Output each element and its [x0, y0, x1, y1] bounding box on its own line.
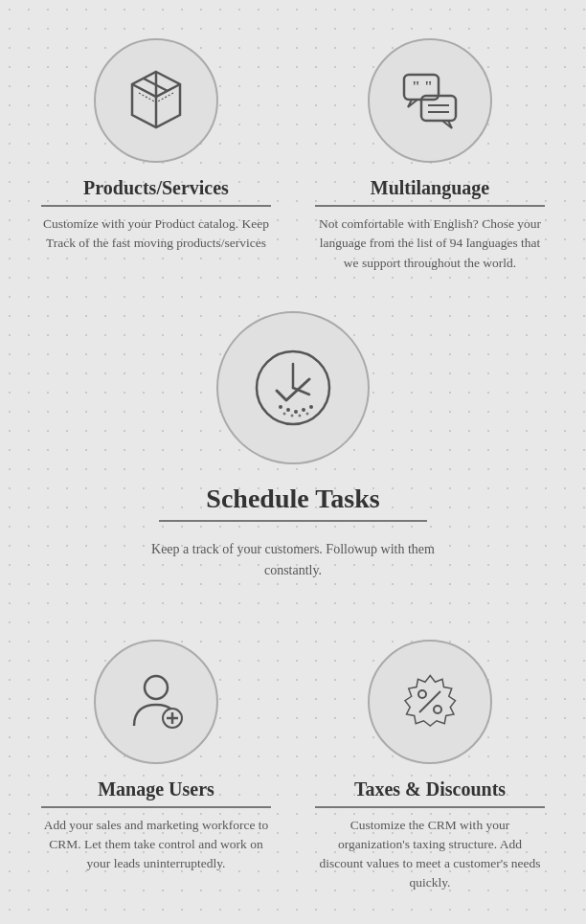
svg-point-16 — [302, 408, 305, 412]
svg-point-18 — [283, 412, 286, 415]
multilanguage-icon-circle: " " — [368, 38, 492, 163]
multilanguage-desc: Not comfortable with English? Chose your… — [315, 214, 545, 273]
schedule-section: Schedule Tasks Keep a track of your cust… — [0, 282, 586, 601]
svg-point-28 — [434, 706, 441, 713]
svg-point-27 — [418, 690, 426, 698]
manage-users-icon-circle — [94, 640, 218, 764]
taxes-card: Taxes & Discounts Customize the CRM with… — [315, 640, 545, 893]
user-add-icon — [123, 668, 190, 735]
svg-point-15 — [294, 410, 298, 414]
taxes-icon-circle — [368, 640, 492, 764]
taxes-title: Taxes & Discounts — [315, 778, 545, 808]
products-icon-circle — [94, 38, 218, 163]
manage-users-desc: Add your sales and marketing workforce t… — [41, 816, 271, 874]
svg-point-21 — [306, 412, 309, 415]
svg-point-22 — [145, 676, 168, 699]
bottom-row: Manage Users Add your sales and marketin… — [0, 620, 586, 903]
svg-line-29 — [419, 691, 440, 712]
products-title: Products/Services — [41, 177, 271, 207]
products-desc: Customize with your Product catalog. Kee… — [41, 214, 271, 254]
products-card: Products/Services Customize with your Pr… — [41, 38, 271, 254]
schedule-desc: Keep a track of your customers. Followup… — [140, 539, 446, 582]
svg-line-1 — [138, 87, 156, 97]
svg-point-20 — [299, 414, 302, 417]
svg-point-17 — [309, 405, 313, 409]
taxes-desc: Customize the CRM with your organization… — [315, 816, 545, 893]
clock-check-icon — [250, 345, 336, 431]
svg-point-19 — [291, 414, 294, 417]
svg-point-14 — [286, 408, 290, 412]
manage-users-card: Manage Users Add your sales and marketin… — [41, 640, 271, 874]
page-container: Products/Services Customize with your Pr… — [0, 0, 586, 924]
multilanguage-card: " " Multilanguage Not comfortable with E… — [315, 38, 545, 273]
multilanguage-title: Multilanguage — [315, 177, 545, 207]
multilanguage-icon: " " — [396, 67, 463, 134]
discount-icon — [396, 668, 463, 735]
top-row: Products/Services Customize with your Pr… — [0, 19, 586, 282]
svg-text:"  ": " " — [412, 79, 433, 95]
schedule-icon-circle — [216, 311, 370, 464]
schedule-title: Schedule Tasks — [159, 484, 427, 522]
box-icon — [123, 67, 190, 134]
manage-users-title: Manage Users — [41, 778, 271, 808]
svg-point-13 — [279, 405, 282, 409]
